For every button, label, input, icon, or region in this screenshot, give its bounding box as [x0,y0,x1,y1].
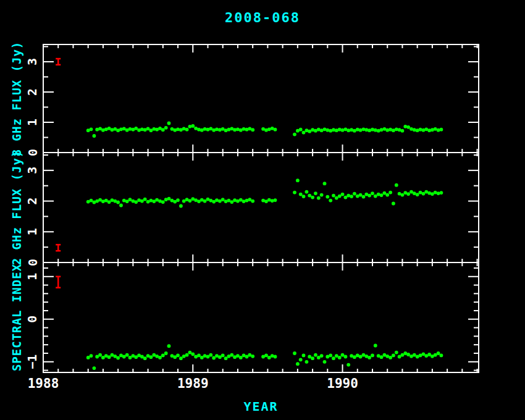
svg-text:−1: −1 [25,355,40,369]
svg-text:1: 1 [25,119,40,126]
svg-text:1: 1 [25,228,40,235]
svg-text:3: 3 [25,58,40,65]
svg-text:0: 0 [25,149,40,156]
svg-text:2: 2 [25,88,40,96]
svg-text:1988: 1988 [28,376,59,391]
flux-plot-svg: 01230123−101198819891990 [0,0,525,420]
svg-text:0: 0 [25,316,40,323]
svg-text:1: 1 [25,273,40,280]
svg-text:1989: 1989 [177,376,209,391]
svg-text:2: 2 [25,198,40,205]
x-axis-title: YEAR [0,399,522,414]
svg-text:1990: 1990 [327,376,358,391]
svg-text:0: 0 [25,259,40,266]
svg-text:3: 3 [25,167,40,174]
light-curve-chart: 2008-068 8 GHz FLUX (Jy) 2 GHz FLUX (Jy)… [0,0,525,420]
